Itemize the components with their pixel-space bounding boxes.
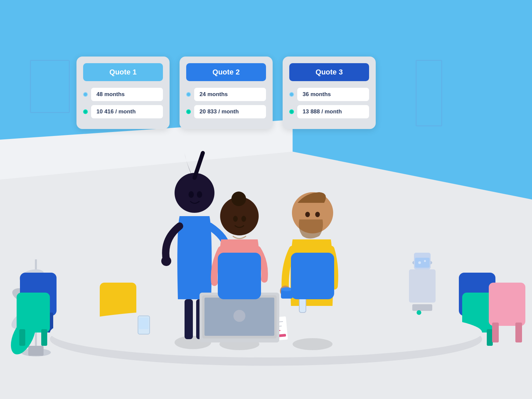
quote-card-1-payment-row: 10 416 / month	[83, 105, 163, 118]
dot-payment-3	[289, 109, 294, 114]
window-right	[416, 60, 442, 126]
quote-card-3-payment: 13 888 / month	[297, 105, 369, 118]
dot-payment-2	[186, 109, 191, 114]
quote-card-1-payment: 10 416 / month	[91, 105, 163, 118]
dot-duration-3	[289, 92, 294, 97]
quote-card-2[interactable]: Quote 2 24 months 20 833 / month	[180, 57, 273, 129]
quote-card-3-duration: 36 months	[297, 88, 369, 101]
quote-card-2-duration-row: 24 months	[186, 88, 266, 101]
dot-duration-1	[83, 92, 88, 97]
quote-card-3-header: Quote 3	[289, 63, 369, 81]
cards-container: Quote 1 48 months 10 416 / month Quote 2…	[76, 57, 376, 129]
quote-card-2-payment-row: 20 833 / month	[186, 105, 266, 118]
main-scene: Quote 1 48 months 10 416 / month Quote 2…	[0, 0, 532, 399]
quote-card-2-payment: 20 833 / month	[194, 105, 266, 118]
dot-duration-2	[186, 92, 191, 97]
quote-card-2-duration: 24 months	[194, 88, 266, 101]
quote-card-1[interactable]: Quote 1 48 months 10 416 / month	[76, 57, 170, 129]
quote-card-1-header: Quote 1	[83, 63, 163, 81]
dot-payment-1	[83, 109, 88, 114]
quote-card-1-duration-row: 48 months	[83, 88, 163, 101]
quote-card-3-payment-row: 13 888 / month	[289, 105, 369, 118]
window-left	[30, 60, 70, 113]
quote-card-2-header: Quote 2	[186, 63, 266, 81]
quote-card-1-title: Quote 1	[109, 68, 137, 76]
quote-card-3-duration-row: 36 months	[289, 88, 369, 101]
quote-card-2-title: Quote 2	[212, 68, 240, 76]
quote-card-3-title: Quote 3	[316, 68, 343, 76]
quote-card-1-duration: 48 months	[91, 88, 163, 101]
quote-card-3[interactable]: Quote 3 36 months 13 888 / month	[283, 57, 376, 129]
